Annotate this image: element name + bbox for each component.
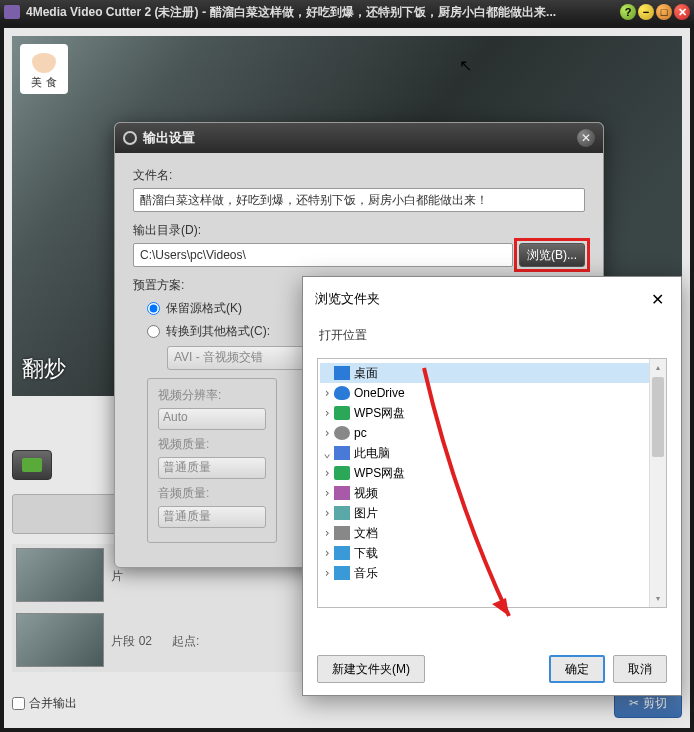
ok-button[interactable]: 确定: [549, 655, 605, 683]
filename-label: 文件名:: [133, 167, 585, 184]
tree-node-user[interactable]: ›pc: [320, 423, 664, 443]
quality-group: 视频分辨率: Auto 视频质量: 普通质量 音频质量: 普通质量: [147, 378, 277, 543]
browse-highlight: 浏览(B)...: [514, 238, 590, 272]
tree-node-pictures[interactable]: ›图片: [320, 503, 664, 523]
tree-scrollbar[interactable]: ▴ ▾: [649, 359, 666, 607]
pictures-folder-icon: [334, 506, 350, 520]
tree-node-video[interactable]: ›视频: [320, 483, 664, 503]
browse-subtitle: 打开位置: [303, 321, 681, 354]
video-subtitle: 翻炒: [22, 354, 66, 384]
minimize-button[interactable]: −: [638, 4, 654, 20]
dialog-close-button[interactable]: ✕: [577, 129, 595, 147]
tree-node-downloads[interactable]: ›下载: [320, 543, 664, 563]
video-quality-select[interactable]: 普通质量: [158, 457, 266, 479]
tree-node-documents[interactable]: ›文档: [320, 523, 664, 543]
app-titlebar: 4Media Video Cutter 2 (未注册) - 醋溜白菜这样做，好吃…: [0, 0, 694, 24]
browse-button[interactable]: 浏览(B)...: [519, 243, 585, 267]
audio-quality-select[interactable]: 普通质量: [158, 506, 266, 528]
outdir-input[interactable]: [133, 243, 513, 267]
desktop-icon: [334, 366, 350, 380]
tree-node-thispc[interactable]: ⌄此电脑: [320, 443, 664, 463]
browse-close-button[interactable]: ✕: [645, 287, 669, 311]
tree-node-wps2[interactable]: ›WPS网盘: [320, 463, 664, 483]
scroll-up-icon[interactable]: ▴: [650, 359, 666, 376]
outdir-label: 输出目录(D):: [133, 222, 585, 239]
channel-badge: 美 食: [20, 44, 68, 94]
user-icon: [334, 426, 350, 440]
pc-icon: [334, 446, 350, 460]
help-button[interactable]: ?: [620, 4, 636, 20]
tree-node-music[interactable]: ›音乐: [320, 563, 664, 583]
clip-thumbnail[interactable]: [16, 613, 104, 667]
open-folder-button[interactable]: [12, 450, 52, 480]
tree-node-desktop[interactable]: 桌面: [320, 363, 664, 383]
scroll-thumb[interactable]: [652, 377, 664, 457]
close-button[interactable]: ✕: [674, 4, 690, 20]
clip-label: 片段 02 起点:: [111, 633, 199, 650]
maximize-button[interactable]: □: [656, 4, 672, 20]
cancel-button[interactable]: 取消: [613, 655, 667, 683]
window-title: 4Media Video Cutter 2 (未注册) - 醋溜白菜这样做，好吃…: [26, 4, 620, 21]
browse-dialog-title: 浏览文件夹: [315, 290, 645, 308]
downloads-folder-icon: [334, 546, 350, 560]
gear-icon: [123, 131, 137, 145]
dialog-titlebar[interactable]: 输出设置 ✕: [115, 123, 603, 153]
video-folder-icon: [334, 486, 350, 500]
cloud-icon: [334, 386, 350, 400]
resolution-select[interactable]: Auto: [158, 408, 266, 430]
filename-input[interactable]: [133, 188, 585, 212]
clip-label: 片: [111, 568, 123, 585]
browse-folder-dialog: 浏览文件夹 ✕ 打开位置 桌面 ›OneDrive ›WPS网盘 ›pc ⌄此电…: [302, 276, 682, 696]
combine-output-checkbox[interactable]: 合并输出: [12, 695, 77, 712]
documents-folder-icon: [334, 526, 350, 540]
clip-thumbnail[interactable]: [16, 548, 104, 602]
new-folder-button[interactable]: 新建文件夹(M): [317, 655, 425, 683]
tree-node-wps[interactable]: ›WPS网盘: [320, 403, 664, 423]
wps-icon: [334, 466, 350, 480]
wps-icon: [334, 406, 350, 420]
app-icon: [4, 5, 20, 19]
music-folder-icon: [334, 566, 350, 580]
scroll-down-icon[interactable]: ▾: [650, 590, 666, 607]
folder-icon: [22, 458, 42, 472]
scissors-icon: ✂: [629, 696, 639, 710]
folder-tree[interactable]: 桌面 ›OneDrive ›WPS网盘 ›pc ⌄此电脑 ›WPS网盘 ›视频 …: [317, 358, 667, 608]
tree-node-onedrive[interactable]: ›OneDrive: [320, 383, 664, 403]
